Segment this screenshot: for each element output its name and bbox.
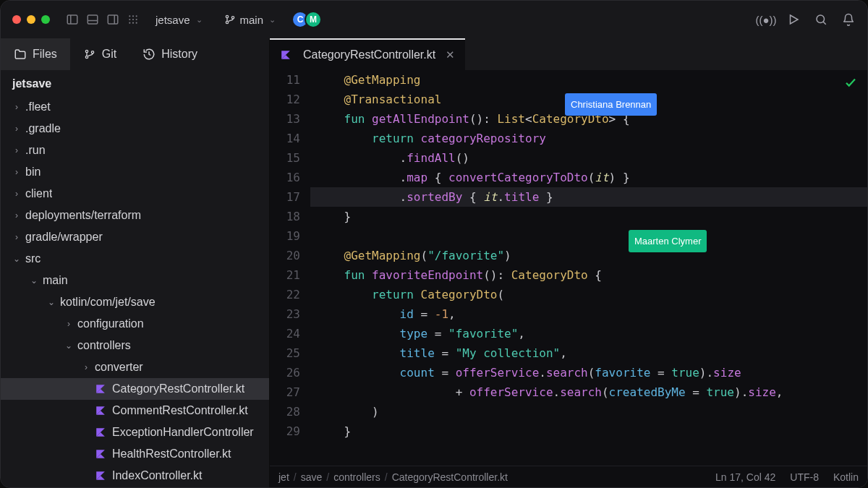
tree-file[interactable]: IndexController.kt	[1, 465, 269, 487]
folder-icon	[14, 48, 27, 61]
collaborator-cursor-label: Christiana Brennan	[565, 93, 657, 116]
project-root-label[interactable]: jetsave	[1, 70, 269, 96]
tab-files[interactable]: Files	[1, 38, 70, 70]
broadcast-icon[interactable]: ((●))	[759, 12, 773, 27]
code-line[interactable]: return categoryRepository	[310, 129, 867, 148]
tree-arrow-icon: ›	[12, 189, 21, 199]
ide-window: jetsave ⌄ main ⌄ C M ((●)) Files	[0, 0, 868, 488]
tree-file[interactable]: CommentRestController.kt	[1, 400, 269, 421]
svg-point-21	[85, 50, 88, 52]
collaborator-avatars[interactable]: C M	[292, 11, 322, 28]
tree-item-label: .fleet	[25, 100, 51, 114]
code-line[interactable]: .map { convertCategoryToDto(it) }	[310, 168, 867, 187]
code-line[interactable]: }	[310, 421, 867, 441]
code-line[interactable]: }	[310, 207, 867, 226]
kotlin-file-icon	[95, 427, 106, 438]
svg-point-9	[129, 19, 130, 20]
tree-folder[interactable]: ⌄kotlin/com/jet/save	[1, 291, 269, 313]
code-line[interactable]: return CategoryDto(	[310, 285, 867, 304]
breadcrumb-item[interactable]: jet	[278, 471, 289, 483]
language-mode[interactable]: Kotlin	[833, 471, 859, 483]
code-line[interactable]: .sortedBy { it.title }	[310, 187, 867, 207]
file-tree: ›.fleet›.gradle›.run›bin›client›deployme…	[1, 96, 269, 487]
code-line[interactable]	[310, 226, 867, 246]
code-line[interactable]: )	[310, 402, 867, 421]
kotlin-file-icon	[95, 383, 106, 395]
svg-point-23	[91, 51, 93, 53]
svg-point-6	[129, 15, 130, 17]
chevron-down-icon: ⌄	[269, 15, 276, 25]
tree-item-label: HealthRestController.kt	[112, 448, 231, 461]
editor-tabs: CategoryRestController.kt ✕	[270, 38, 867, 70]
code-line[interactable]: fun favoriteEndpoint(): CategoryDto {	[310, 265, 867, 285]
encoding[interactable]: UTF-8	[790, 471, 819, 483]
avatar[interactable]: M	[305, 11, 322, 28]
window-controls	[12, 15, 50, 24]
breadcrumbs[interactable]: jet / save / controllers / CategoryRestC…	[278, 471, 508, 483]
breadcrumb-item[interactable]: save	[301, 471, 323, 483]
tree-folder[interactable]: ⌄main	[1, 270, 269, 291]
tree-folder[interactable]: ›gradle/wrapper	[1, 226, 269, 248]
tree-item-label: main	[43, 274, 68, 287]
tree-folder[interactable]: ›.run	[1, 140, 269, 161]
tree-folder[interactable]: ›configuration	[1, 313, 269, 335]
search-icon[interactable]	[814, 12, 828, 27]
bottom-panel-toggle-icon[interactable]	[86, 13, 99, 26]
grid-icon[interactable]	[127, 13, 140, 26]
svg-rect-0	[67, 15, 77, 24]
branch-selector[interactable]: main ⌄	[218, 11, 282, 29]
tree-folder[interactable]: ›client	[1, 183, 269, 205]
tree-file[interactable]: ExceptionHandlerController	[1, 421, 269, 443]
cursor-position[interactable]: Ln 17, Col 42	[715, 471, 775, 483]
sidebar-tabs: Files Git History	[1, 38, 269, 70]
tree-item-label: IndexController.kt	[112, 469, 203, 482]
code-line[interactable]: count = offerService.search(favorite = t…	[310, 363, 867, 382]
code-line[interactable]: @GetMapping("/favorite")	[310, 246, 867, 265]
kotlin-file-icon	[95, 405, 106, 416]
tree-arrow-icon: ›	[12, 145, 21, 155]
left-panel-toggle-icon[interactable]	[66, 13, 79, 26]
svg-line-20	[823, 22, 826, 25]
code-area[interactable]: 11121314151617181920212223242526272829 @…	[270, 70, 867, 466]
close-tab-icon[interactable]: ✕	[446, 48, 455, 61]
run-icon[interactable]	[786, 12, 801, 27]
code-line[interactable]: @GetMapping	[310, 70, 867, 90]
bell-icon[interactable]	[841, 12, 856, 27]
tree-folder[interactable]: ⌄src	[1, 248, 269, 270]
tree-item-label: controllers	[77, 339, 131, 352]
code-line[interactable]: .findAll()	[310, 148, 867, 168]
tree-folder[interactable]: ›deployments/terraform	[1, 205, 269, 226]
tree-file[interactable]: HealthRestController.kt	[1, 443, 269, 465]
tree-item-label: deployments/terraform	[25, 209, 141, 222]
tree-arrow-icon: ⌄	[30, 275, 38, 286]
breadcrumb-item[interactable]: CategoryRestController.kt	[392, 471, 508, 483]
project-selector[interactable]: jetsave ⌄	[150, 11, 208, 29]
minimize-window-button[interactable]	[27, 15, 35, 24]
code-line[interactable]: title = "My collection",	[310, 343, 867, 363]
tab-git[interactable]: Git	[70, 38, 129, 70]
svg-point-17	[231, 17, 234, 19]
tree-arrow-icon: ›	[12, 124, 21, 134]
maximize-window-button[interactable]	[41, 15, 50, 24]
editor-tab[interactable]: CategoryRestController.kt ✕	[270, 38, 465, 70]
code-content[interactable]: @GetMapping @Transactional fun getAllEnd…	[310, 70, 867, 466]
tab-history[interactable]: History	[129, 38, 210, 70]
tree-folder[interactable]: ›.gradle	[1, 118, 269, 140]
code-line[interactable]: type = "favorite",	[310, 324, 867, 343]
close-window-button[interactable]	[12, 15, 21, 24]
tree-arrow-icon: ›	[12, 210, 21, 221]
code-line[interactable]: + offerService.search(createdByMe = true…	[310, 382, 867, 402]
code-line[interactable]: id = -1,	[310, 304, 867, 324]
tab-label: History	[161, 48, 197, 61]
tree-folder[interactable]: ›converter	[1, 356, 269, 378]
tree-file[interactable]: CategoryRestController.kt	[1, 378, 269, 400]
tree-arrow-icon: ›	[12, 102, 21, 112]
titlebar: jetsave ⌄ main ⌄ C M ((●))	[1, 1, 867, 38]
tree-item-label: src	[25, 252, 41, 265]
right-panel-toggle-icon[interactable]	[106, 13, 119, 26]
svg-rect-4	[108, 15, 118, 24]
tree-folder[interactable]: ›.fleet	[1, 96, 269, 118]
breadcrumb-item[interactable]: controllers	[333, 471, 380, 483]
tree-folder[interactable]: ⌄controllers	[1, 335, 269, 356]
tree-folder[interactable]: ›bin	[1, 161, 269, 183]
